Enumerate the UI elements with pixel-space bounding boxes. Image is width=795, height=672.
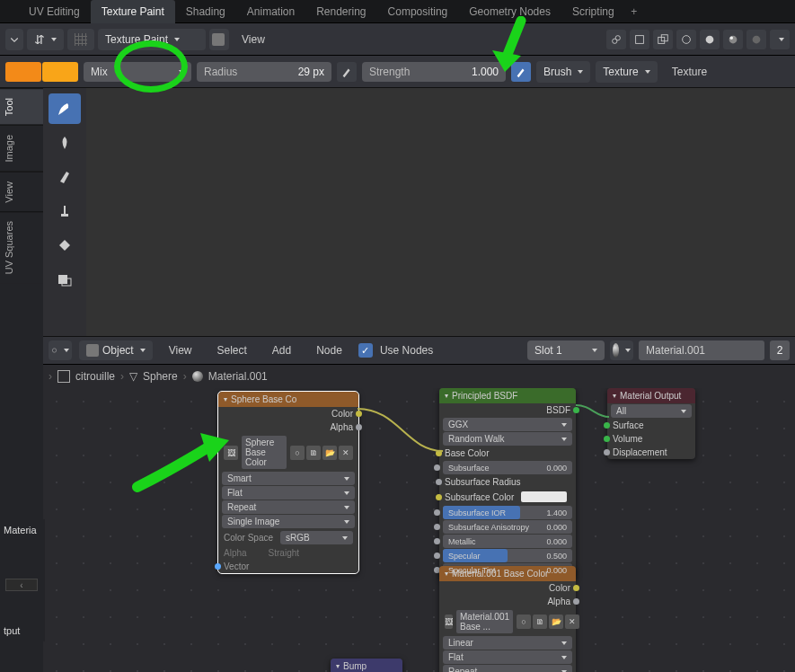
gizmo-toggle[interactable] <box>606 30 626 49</box>
node-header[interactable]: ▾Sphere Base Co <box>218 392 358 407</box>
socket-disp[interactable] <box>604 449 610 455</box>
sidebar-tab-uvsquares[interactable]: UV Squares <box>0 211 43 283</box>
texture-name-field[interactable]: Sphere Base Color <box>242 436 287 469</box>
socket-surface[interactable] <box>604 422 610 429</box>
mode-select[interactable]: Texture Paint <box>98 29 206 50</box>
node-header[interactable]: ▾Bump <box>331 659 402 672</box>
ne-menu-select[interactable]: Select <box>208 344 255 357</box>
slider-metallic[interactable]: Metallic0.000 <box>443 535 572 548</box>
blend-mode-select[interactable]: Mix <box>84 62 191 82</box>
node-material-output[interactable]: ▾Material Output All Surface Volume Disp… <box>607 388 695 459</box>
radius-field[interactable]: Radius 29 px <box>197 62 331 82</box>
material-slot-select[interactable]: Slot 1 <box>527 340 605 360</box>
tool-mask[interactable] <box>49 264 81 295</box>
ws-tab-geonodes[interactable]: Geometry Nodes <box>458 0 561 23</box>
shading-options[interactable] <box>770 30 790 49</box>
unlink-image-button[interactable]: ✕ <box>565 615 579 629</box>
fake-user-button[interactable]: ○ <box>290 446 305 460</box>
shader-type-select[interactable]: Object <box>79 340 153 360</box>
ws-tab-texpaint[interactable]: Texture Paint <box>91 0 175 23</box>
socket-color[interactable] <box>356 411 362 417</box>
texture-menu[interactable]: Texture <box>596 61 657 83</box>
interp-select[interactable]: Smart <box>222 472 355 485</box>
sidebar-tab-image[interactable]: Image <box>0 125 43 172</box>
new-image-button[interactable]: 🗎 <box>533 615 547 629</box>
show-overlays-button[interactable] <box>209 29 229 50</box>
socket-alpha[interactable] <box>356 424 362 430</box>
ws-tab-shading[interactable]: Shading <box>175 0 236 23</box>
fake-user-button[interactable]: ○ <box>517 615 531 629</box>
shading-matprev[interactable] <box>723 30 743 49</box>
strength-field[interactable]: Strength 1.000 <box>362 62 506 82</box>
ws-tab-uv[interactable]: UV Editing <box>18 0 91 23</box>
ws-tab-comp[interactable]: Compositing <box>377 0 459 23</box>
overlays-toggle[interactable] <box>630 30 649 49</box>
collapse-toggle[interactable]: ‹ <box>5 579 38 591</box>
editor-type-button[interactable] <box>5 29 23 50</box>
node-image-texture-1[interactable]: ▾Sphere Base Co Color Alpha 🖼 Sphere Bas… <box>218 392 358 573</box>
shading-solid[interactable] <box>700 30 720 49</box>
slider-subsurface[interactable]: Subsurface0.000 <box>443 461 572 474</box>
socket-color[interactable] <box>573 585 579 591</box>
bc-object[interactable]: citrouille <box>75 370 115 383</box>
sidebar-tab-tool[interactable]: Tool <box>0 88 43 125</box>
dist-select[interactable]: GGX <box>443 418 572 431</box>
shading-wire[interactable] <box>676 30 696 49</box>
ne-menu-add[interactable]: Add <box>263 344 300 357</box>
ne-menu-view[interactable]: View <box>160 344 201 357</box>
tool-soften[interactable] <box>49 128 81 158</box>
xray-toggle[interactable] <box>653 30 673 49</box>
tool-smear[interactable] <box>49 162 81 192</box>
node-principled-bsdf[interactable]: ▾Principled BSDF BSDF GGX Random Walk Ba… <box>439 388 576 578</box>
slider-subsurface-anisotropy[interactable]: Subsurface Anisotropy0.000 <box>443 520 572 534</box>
texture-name-field[interactable]: Material.001 Base ... <box>456 610 513 633</box>
bc-mesh[interactable]: Sphere <box>143 370 178 383</box>
unlink-image-button[interactable]: ✕ <box>339 446 353 460</box>
view-menu[interactable]: View <box>233 33 274 46</box>
colorspace-select[interactable]: sRGB <box>280 531 353 544</box>
material-users[interactable]: 2 <box>770 340 790 360</box>
sidebar-tab-view[interactable]: View <box>0 172 43 212</box>
radius-pressure-toggle[interactable] <box>337 62 357 82</box>
src-select[interactable]: Single Image <box>222 515 355 528</box>
ws-tab-anim[interactable]: Animation <box>236 0 305 23</box>
interp-select[interactable]: Linear <box>443 636 572 650</box>
texture-menu-2[interactable]: Texture <box>663 66 707 78</box>
output-panel-label[interactable]: tput <box>0 620 45 641</box>
tool-fill[interactable] <box>49 230 81 261</box>
secondary-color[interactable] <box>42 62 78 82</box>
ext-select[interactable]: Repeat <box>222 500 355 514</box>
proj-select[interactable]: Flat <box>222 486 355 500</box>
node-editor-canvas[interactable]: ▾Sphere Base Co Color Alpha 🖼 Sphere Bas… <box>43 388 795 672</box>
color-swatches[interactable] <box>5 62 78 82</box>
ws-tab-script[interactable]: Scripting <box>561 0 625 23</box>
node-image-texture-2[interactable]: ▾Material.001 Base Color Color Alpha 🖼 M… <box>439 566 576 672</box>
ext-select[interactable]: Repeat <box>443 665 572 672</box>
slider-specular[interactable]: Specular0.500 <box>443 549 572 562</box>
pivot-button[interactable]: ⇵ <box>27 29 64 50</box>
material-name-field[interactable]: Material.001 <box>639 340 764 360</box>
node-editor-type[interactable] <box>49 340 72 360</box>
ws-tab-render[interactable]: Rendering <box>305 0 376 23</box>
add-workspace-button[interactable]: + <box>625 5 643 18</box>
slider-subsurface-ior[interactable]: Subsurface IOR1.400 <box>443 506 572 519</box>
socket-vector[interactable] <box>215 563 221 570</box>
socket-alpha[interactable] <box>573 598 579 605</box>
material-panel-label[interactable]: Materia <box>0 519 45 541</box>
target-select[interactable]: All <box>611 404 692 418</box>
bc-material[interactable]: Material.001 <box>208 370 268 383</box>
node-header[interactable]: ▾Material Output <box>607 388 695 403</box>
node-header[interactable]: ▾Principled BSDF <box>439 388 576 403</box>
primary-color[interactable] <box>5 62 41 82</box>
ne-menu-node[interactable]: Node <box>307 344 351 357</box>
sss-select[interactable]: Random Walk <box>443 432 572 446</box>
use-nodes-checkbox[interactable]: ✓ <box>358 343 373 358</box>
socket-bsdf[interactable] <box>573 407 579 413</box>
open-image-button[interactable]: 📂 <box>549 615 563 629</box>
socket-base-color[interactable] <box>436 450 442 456</box>
tool-draw[interactable] <box>49 93 81 124</box>
proj-select[interactable]: Flat <box>443 650 572 664</box>
tool-clone[interactable] <box>49 196 81 226</box>
snap-button[interactable] <box>67 29 94 50</box>
strength-pressure-toggle[interactable] <box>511 62 531 82</box>
